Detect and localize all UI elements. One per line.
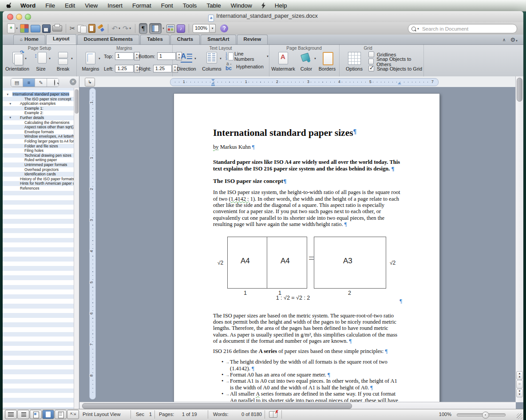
document-map-item[interactable]: Technical drawing pen sizes [3, 153, 74, 158]
document-map-item-label[interactable]: Envelope formats [24, 130, 54, 134]
focus-view-button[interactable]: ⇱⇲ [67, 410, 79, 419]
gear-icon[interactable]: ⚙▼ [510, 36, 518, 43]
size-button[interactable]: ↕▼ Size [31, 51, 51, 71]
menu-item-window[interactable]: Window [226, 2, 257, 9]
document-map-item[interactable]: Folder and file sizes [3, 144, 74, 149]
sidebar-scrollbar-thumb[interactable] [75, 89, 79, 114]
break-button[interactable]: ▼ Break [53, 51, 73, 71]
resize-grip[interactable] [517, 413, 522, 419]
thumbnails-pane-button[interactable]: ▤ [11, 79, 23, 87]
document-map-item-label[interactable]: Example 1: [24, 106, 44, 111]
document-map-item-label[interactable]: Folder and file sizes [24, 144, 58, 148]
draft-view-button[interactable] [5, 410, 17, 419]
document-map-item[interactable]: Folding larger pages to A4 for fil [3, 139, 74, 144]
vertical-scrollbar[interactable]: ▲▲ ○ ▼▼ [515, 76, 523, 402]
document-map-item[interactable]: Aspect ratios other than sqrt(2) [3, 125, 74, 130]
print-layout-view-button[interactable] [42, 410, 54, 419]
document-map-item-label[interactable]: Window envelopes, A4 letterhea [24, 134, 74, 139]
select-browse-object-button[interactable]: ○ [516, 380, 523, 388]
tab-review[interactable]: Review [237, 35, 268, 44]
document-map-item-label[interactable]: Calculating the dimensions [24, 120, 70, 125]
document-map-item-label[interactable]: Hints for North American paper use [20, 181, 74, 186]
document-map-item-label[interactable]: The ISO paper size concept [24, 97, 71, 101]
horizontal-ruler[interactable]: 1123457 [170, 78, 439, 86]
document-map-item[interactable]: History of the ISO paper formats [3, 177, 74, 182]
search-pane-button[interactable] [47, 79, 59, 87]
document-map-item[interactable]: References [3, 186, 74, 191]
cut-button[interactable]: ✂ [70, 24, 75, 33]
document-map-item-label[interactable]: Untrimmed paper formats [24, 162, 67, 167]
view-mode-label[interactable]: Print Layout View [83, 412, 120, 417]
document-map-item[interactable]: Example 1: [3, 106, 74, 111]
document-map-item[interactable]: Window envelopes, A4 letterhea [3, 134, 74, 139]
snap-objects-to-grid-checkbox[interactable]: Snap Objects to Grid [368, 65, 423, 72]
menu-item-edit[interactable]: Edit [60, 2, 80, 9]
pages-value[interactable]: 1 of 19 [182, 412, 197, 417]
menu-item-tools[interactable]: Tools [178, 2, 202, 9]
sidebar-scrollbar[interactable] [74, 88, 79, 409]
document-map-item-label[interactable]: Example 2: [24, 111, 44, 115]
document-map-button[interactable]: ≡ [23, 79, 35, 87]
media-browser-button[interactable]: ♪ [177, 24, 185, 33]
document-map-item-label[interactable]: Folding larger pages to A4 for fil [24, 139, 74, 143]
horizontal-scrollbar[interactable] [79, 402, 516, 409]
menu-item-view[interactable]: View [80, 2, 103, 9]
spelling-status-icon[interactable]: ✗ [269, 411, 277, 418]
paste-button[interactable] [88, 24, 95, 33]
tab-tables[interactable]: Tables [140, 35, 170, 44]
menu-item-help[interactable]: Help [270, 2, 292, 9]
columns-button[interactable]: ▼ Columns [201, 51, 223, 71]
script-menu-icon[interactable] [261, 2, 266, 9]
document-page[interactable]: International standard paper sizes¶ by M… [174, 93, 440, 402]
notebook-layout-view-button[interactable] [55, 410, 67, 419]
document-map-item-label[interactable]: Identification cards [24, 172, 56, 176]
zoom-combo[interactable]: 100% [193, 24, 210, 33]
zoom-slider[interactable] [457, 413, 506, 416]
tab-home[interactable]: ⌂Home [13, 35, 45, 44]
tab-layout[interactable]: Layout [46, 34, 76, 44]
print-button[interactable] [52, 24, 62, 33]
chevron-down-icon[interactable]: ▼ [417, 28, 419, 30]
direction-button[interactable]: A▼ Direction [174, 51, 199, 71]
menu-item-insert[interactable]: Insert [103, 2, 127, 9]
watermark-button[interactable]: A Watermark [271, 51, 296, 71]
orientation-button[interactable]: ↷▼ Orientation [5, 51, 28, 71]
section-value[interactable]: 1 [149, 412, 152, 417]
document-map-item[interactable]: Envelope formats [3, 130, 74, 135]
left-indent-marker[interactable] [211, 82, 215, 86]
copy-button[interactable] [77, 24, 87, 33]
horizontal-scrollbar-thumb[interactable] [82, 403, 352, 409]
menu-item-word[interactable]: Word [16, 2, 40, 9]
reviewing-pane-button[interactable]: ✎ [35, 79, 47, 87]
document-map-item-label[interactable]: History of the ISO paper formats [20, 177, 74, 181]
vertical-scrollbar-thumb[interactable] [517, 78, 522, 102]
menu-item-table[interactable]: Table [202, 2, 225, 9]
next-page-button[interactable]: ▼▼ [516, 389, 523, 397]
close-sidebar-button[interactable]: ✕ [70, 79, 76, 85]
menu-item-file[interactable]: File [40, 2, 60, 9]
title-bar[interactable]: aInternational_standard_paper_sizes.docx [3, 11, 523, 22]
document-map-item-label[interactable]: Application examples [20, 101, 55, 106]
document-map-item[interactable]: Hints for North American paper use [3, 181, 74, 186]
sidebar-toggle-button[interactable] [149, 23, 162, 34]
checkbox-icon[interactable] [368, 66, 374, 71]
search-field[interactable]: ▼ Search in Document [408, 24, 517, 33]
menu-item-font[interactable]: Font [156, 2, 178, 9]
tab-charts[interactable]: Charts [170, 35, 200, 44]
right-indent-marker[interactable] [398, 82, 401, 84]
document-map-item-label[interactable]: References [20, 186, 39, 190]
document-map-item[interactable]: Untrimmed paper formats [3, 162, 74, 167]
first-line-indent-marker[interactable] [211, 79, 215, 81]
document-map-item-label[interactable]: Overhead projectors [24, 167, 59, 172]
grid-options-button[interactable]: Options [343, 51, 366, 71]
margin-right-input[interactable]: 1.25 [153, 65, 172, 72]
page-borders-button[interactable]: Borders [317, 51, 337, 71]
document-map-item-label[interactable]: Technical drawing pen sizes [24, 153, 71, 158]
document-map-item-label[interactable]: Further details [20, 115, 44, 120]
words-value[interactable]: 0 of 8180 [241, 412, 262, 417]
document-map-item-label[interactable]: Filing holes [24, 148, 44, 153]
document-map-item-label[interactable]: International standard paper sizes [12, 92, 69, 96]
vertical-ruler[interactable]: 112345678 [89, 88, 96, 400]
show-formatting-marks-button[interactable]: ¶ [139, 23, 147, 34]
zoom-slider-knob[interactable] [482, 412, 489, 419]
